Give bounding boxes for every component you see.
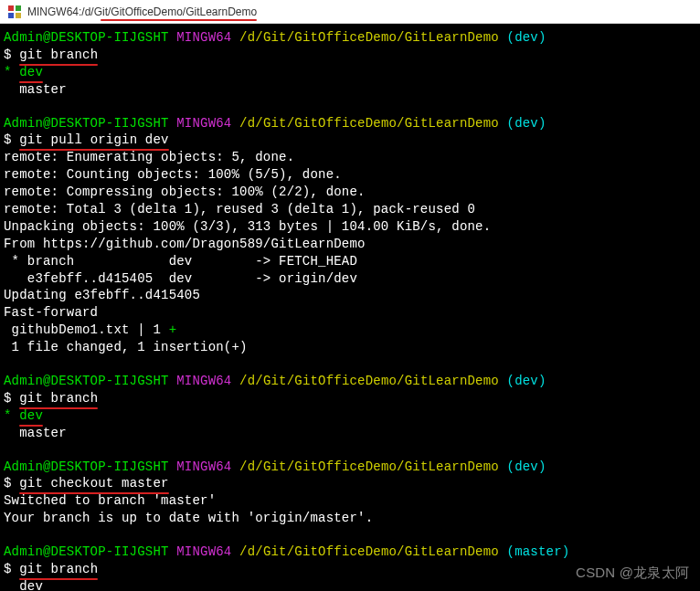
cmd-git-branch: git branch <box>19 47 98 64</box>
watermark-text: CSDN @龙泉太阿 <box>576 564 689 582</box>
prompt-line: Admin@DESKTOP-IIJGSHT MINGW64 /d/Git/Git… <box>4 115 696 132</box>
svg-rect-0 <box>8 5 14 11</box>
git-bash-icon <box>7 5 22 19</box>
output-line: remote: Enumerating objects: 5, done. <box>4 149 696 166</box>
cmd-git-branch: git branch <box>19 561 98 578</box>
output-line: * branch dev -> FETCH_HEAD <box>4 253 696 270</box>
output-line: Unpacking objects: 100% (3/3), 313 bytes… <box>4 218 696 236</box>
output-line: * dev <box>4 407 696 425</box>
output-line: remote: Compressing objects: 100% (2/2),… <box>4 184 696 201</box>
output-line: * dev <box>4 64 696 81</box>
output-line: master <box>4 81 696 99</box>
prompt-line: Admin@DESKTOP-IIJGSHT MINGW64 /d/Git/Git… <box>4 29 696 47</box>
cmd-git-pull: git pull origin dev <box>19 132 168 149</box>
prompt-line: Admin@DESKTOP-IIJGSHT MINGW64 /d/Git/Git… <box>4 544 696 561</box>
svg-rect-1 <box>16 5 21 11</box>
svg-rect-2 <box>8 13 14 18</box>
output-line: githubDemo1.txt | 1 + <box>4 322 696 339</box>
prompt-line: Admin@DESKTOP-IIJGSHT MINGW64 /d/Git/Git… <box>4 373 696 390</box>
cmd-git-branch: git branch <box>19 390 98 407</box>
output-line: remote: Counting objects: 100% (5/5), do… <box>4 166 696 184</box>
cmd-git-checkout: git checkout master <box>19 475 168 492</box>
command-line: $ git branch <box>4 47 696 64</box>
output-line: e3febff..d415405 dev -> origin/dev <box>4 270 696 288</box>
output-line: Fast-forward <box>4 304 696 322</box>
window-titlebar: MINGW64:/d/Git/GitOfficeDemo/GitLearnDem… <box>0 0 700 24</box>
output-line: 1 file changed, 1 insertion(+) <box>4 339 696 356</box>
output-line: Updating e3febff..d415405 <box>4 287 696 304</box>
prompt-line: Admin@DESKTOP-IIJGSHT MINGW64 /d/Git/Git… <box>4 459 696 476</box>
window-title: MINGW64:/d/Git/GitOfficeDemo/GitLearnDem… <box>27 5 257 18</box>
output-line: master <box>4 425 696 442</box>
output-line: Your branch is up to date with 'origin/m… <box>4 510 696 527</box>
svg-rect-3 <box>16 13 21 18</box>
command-line: $ git branch <box>4 390 696 407</box>
terminal-area[interactable]: Admin@DESKTOP-IIJGSHT MINGW64 /d/Git/Git… <box>0 24 700 591</box>
output-line: remote: Total 3 (delta 1), reused 3 (del… <box>4 201 696 218</box>
command-line: $ git checkout master <box>4 475 696 492</box>
output-line: From https://github.com/Dragon589/GitLea… <box>4 236 696 253</box>
command-line: $ git pull origin dev <box>4 132 696 149</box>
output-line: Switched to branch 'master' <box>4 492 696 510</box>
